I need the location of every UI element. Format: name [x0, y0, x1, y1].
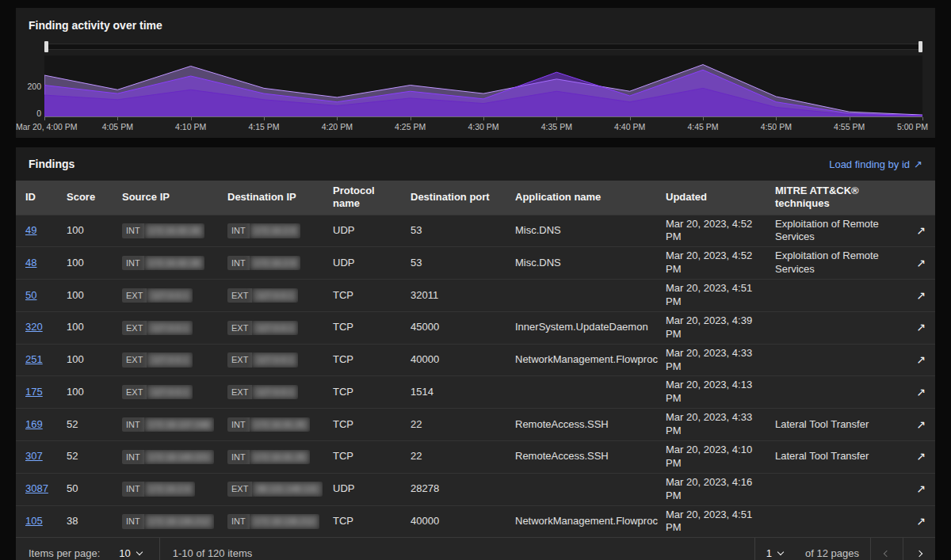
finding-id-link[interactable]: 48: [25, 257, 36, 269]
slider-handle-left[interactable]: [44, 41, 48, 52]
zone-label: EXT: [122, 385, 147, 399]
finding-id-link[interactable]: 50: [25, 289, 36, 301]
application-name-cell: [506, 280, 656, 312]
protocol-cell: TCP: [323, 311, 401, 344]
redacted-ip: 127.0.0.1: [252, 385, 298, 399]
column-header: Application name: [506, 181, 656, 215]
time-range-slider[interactable]: [44, 41, 922, 52]
zone-label: INT: [227, 450, 250, 464]
column-header: ID: [16, 181, 57, 215]
application-name-cell: RemoteAccess.SSH: [506, 440, 656, 473]
findings-panel: Findings Load finding by id ↗ IDScoreSou…: [16, 147, 935, 560]
application-name-cell: NetworkManagement.Flowproc: [506, 505, 656, 537]
redacted-ip: 172.16.2.9: [250, 223, 300, 238]
row-actions-cell: ↗: [892, 247, 935, 280]
previous-page-button[interactable]: [871, 538, 903, 560]
destination-port-cell: 40000: [401, 344, 506, 376]
redacted-ip: 127.0.0.1: [252, 288, 298, 303]
load-finding-by-id-label: Load finding by id: [829, 158, 910, 170]
destination-ip-chip: INT172.18.136.212: [227, 514, 319, 528]
destination-port-cell: 22: [401, 409, 506, 441]
open-finding-icon[interactable]: ↗: [916, 353, 926, 366]
table-row: 16952INT172.18.137.248INT172.16.91.25TCP…: [16, 409, 935, 441]
zone-label: INT: [122, 482, 144, 496]
destination-ip-cell: INT172.16.2.9: [218, 215, 323, 247]
source-ip-cell: EXT127.0.0.1: [113, 376, 218, 409]
protocol-cell: TCP: [323, 505, 401, 537]
page-nav-group: 1 of 12 pages: [754, 538, 935, 560]
id-cell: 105: [16, 505, 57, 537]
redacted-ip: 127.0.0.1: [147, 352, 193, 367]
finding-id-link[interactable]: 307: [25, 450, 43, 462]
open-finding-icon[interactable]: ↗: [916, 224, 926, 237]
score-cell: 52: [57, 440, 113, 473]
zone-label: INT: [227, 417, 250, 432]
finding-id-link[interactable]: 251: [25, 353, 43, 365]
launch-icon: ↗: [914, 158, 922, 170]
score-cell: 100: [57, 311, 113, 344]
destination-ip-cell: INT172.16.2.9: [218, 247, 323, 280]
open-finding-icon[interactable]: ↗: [916, 450, 926, 463]
finding-id-link[interactable]: 49: [25, 224, 36, 236]
column-header: Protocol name: [323, 181, 401, 215]
open-finding-icon[interactable]: ↗: [916, 482, 926, 495]
open-finding-icon[interactable]: ↗: [916, 515, 926, 528]
score-cell: 100: [57, 215, 113, 247]
zone-label: INT: [122, 256, 144, 270]
source-ip-chip: INT172.16.2.9: [122, 482, 195, 496]
score-cell: 100: [57, 344, 113, 376]
id-cell: 307: [16, 440, 57, 473]
finding-id-link[interactable]: 105: [25, 515, 43, 527]
finding-id-link[interactable]: 320: [25, 321, 43, 333]
destination-ip-cell: INT172.18.136.212: [218, 505, 323, 537]
source-ip-chip: EXT127.0.0.1: [122, 385, 193, 399]
finding-id-link[interactable]: 175: [25, 386, 43, 398]
source-ip-cell: INT172.18.140.221: [113, 440, 218, 473]
slider-handle-right[interactable]: [919, 41, 922, 52]
source-ip-cell: INT172.16.2.9: [113, 473, 218, 505]
destination-port-cell: 53: [401, 247, 506, 280]
axis-tick: [264, 117, 265, 120]
page-number-select[interactable]: 1: [755, 538, 794, 560]
total-pages-label: of 12 pages: [794, 538, 870, 560]
chevron-left-icon: [884, 550, 890, 557]
destination-ip-cell: EXT98.131.148.131: [218, 473, 323, 505]
slider-track[interactable]: [44, 44, 922, 50]
zone-label: EXT: [122, 288, 147, 303]
page-number-value: 1: [766, 547, 772, 559]
items-per-page-select[interactable]: 10: [108, 538, 152, 560]
x-axis-label: 4:45 PM: [687, 122, 718, 131]
items-per-page-group: Items per page: 10: [16, 538, 159, 560]
axis-tick: [630, 117, 631, 120]
source-ip-cell: EXT127.0.0.1: [113, 280, 218, 312]
mitre-techniques-cell: Lateral Tool Transfer: [766, 409, 892, 441]
open-finding-icon[interactable]: ↗: [916, 257, 926, 269]
updated-cell: Mar 20, 2023, 4:13 PM: [656, 376, 766, 409]
x-axis-label: 4:15 PM: [248, 122, 279, 131]
open-finding-icon[interactable]: ↗: [916, 289, 926, 302]
source-ip-cell: INT172.16.92.28: [113, 247, 218, 280]
findings-table: IDScoreSource IPDestination IPProtocol n…: [16, 181, 935, 537]
open-finding-icon[interactable]: ↗: [916, 386, 926, 398]
finding-id-link[interactable]: 3087: [25, 482, 48, 494]
open-finding-icon[interactable]: ↗: [916, 321, 926, 333]
x-axis-label: 5:00 PM: [897, 122, 928, 131]
table-row: 30752INT172.18.140.221INT172.16.91.25TCP…: [16, 440, 935, 473]
id-cell: 3087: [16, 473, 57, 505]
next-page-button[interactable]: [903, 538, 935, 560]
activity-chart: 2000 Mar 20, 4:00 PM4:05 PM4:10 PM4:15 P…: [29, 55, 922, 135]
redacted-ip: 172.16.92.28: [144, 256, 204, 270]
column-header: Destination IP: [218, 181, 323, 215]
score-cell: 100: [57, 280, 113, 312]
load-finding-by-id-link[interactable]: Load finding by id ↗: [829, 158, 922, 170]
destination-ip-cell: INT172.16.91.25: [218, 440, 323, 473]
column-header: MITRE ATT&CK® techniques: [766, 181, 892, 215]
destination-ip-chip: INT172.16.2.9: [227, 256, 300, 270]
protocol-cell: TCP: [323, 280, 401, 312]
row-actions-cell: ↗: [892, 473, 935, 505]
zone-label: EXT: [227, 482, 252, 496]
source-ip-chip: EXT127.0.0.1: [122, 321, 193, 335]
source-ip-cell: INT172.18.136.212: [113, 505, 218, 537]
open-finding-icon[interactable]: ↗: [916, 418, 926, 431]
finding-id-link[interactable]: 169: [25, 418, 43, 430]
